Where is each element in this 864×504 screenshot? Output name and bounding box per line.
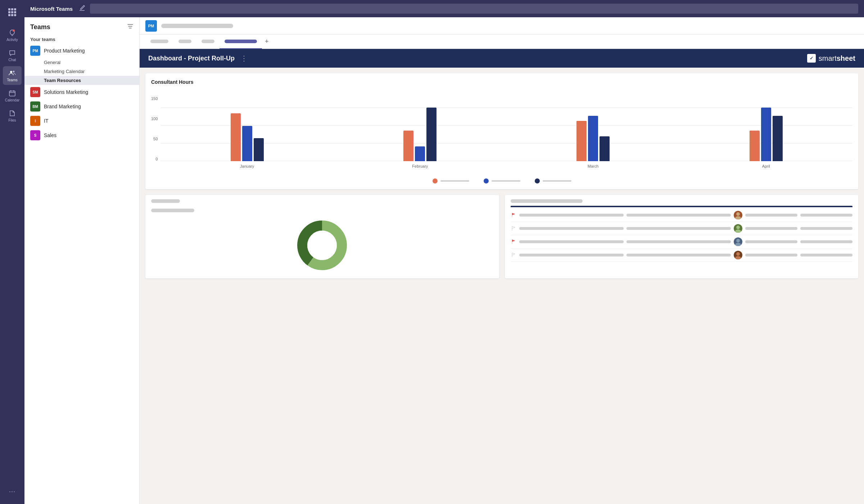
table-row-2 — [511, 222, 853, 235]
tab-1[interactable] — [145, 35, 173, 49]
month-february: February — [334, 108, 507, 161]
main-container: Teams Your teams PM Product Marketing ··… — [24, 17, 864, 504]
team-avatar-sm: SM — [30, 87, 40, 97]
ss-check-icon: ✓ — [807, 54, 816, 63]
compose-icon[interactable] — [78, 4, 86, 13]
sidebar: Teams Your teams PM Product Marketing ··… — [24, 17, 140, 504]
chart-y-axis: 150 100 50 0 — [151, 96, 158, 161]
tab-3[interactable] — [196, 35, 220, 49]
channel-team-resources[interactable]: Team Resources — [24, 76, 139, 85]
row-ph-3d — [800, 240, 852, 243]
row-ph-4b — [626, 254, 731, 256]
legend-line-2 — [492, 180, 520, 182]
row-ph-3b — [626, 240, 731, 243]
sidebar-item-teams[interactable]: Teams — [3, 66, 22, 85]
team-sales[interactable]: S Sales ··· — [24, 128, 139, 142]
team-avatar-it: I — [30, 116, 40, 126]
table-row-3 — [511, 235, 853, 249]
flag-icon-4 — [511, 252, 516, 258]
team-brand-marketing[interactable]: BM Brand Marketing ··· — [24, 99, 139, 114]
bar-jan-2 — [242, 126, 252, 161]
team-it[interactable]: I IT ··· — [24, 114, 139, 128]
more-button[interactable]: ··· — [9, 488, 15, 495]
tab-add-button[interactable]: + — [265, 38, 269, 45]
svg-point-7 — [307, 231, 337, 260]
y-label-0: 0 — [151, 157, 158, 161]
header: Microsoft Teams — [24, 0, 864, 17]
tab-placeholder-1 — [150, 40, 168, 43]
dashboard-menu-icon[interactable]: ⋮ — [240, 54, 248, 63]
bar-apr-1 — [750, 131, 760, 161]
sidebar-item-activity[interactable]: Activity — [3, 26, 22, 45]
team-name-it: IT — [44, 118, 129, 124]
flag-icon-1 — [511, 212, 516, 218]
row-ph-2d — [800, 227, 852, 230]
sidebar-item-chat[interactable]: Chat — [3, 46, 22, 65]
chart-legend — [151, 178, 852, 183]
legend-item-3 — [535, 178, 571, 183]
bar-feb-2 — [415, 146, 425, 161]
svg-point-15 — [735, 256, 741, 259]
tab-4[interactable] — [220, 35, 262, 49]
legend-item-1 — [433, 178, 469, 183]
row-ph-1a — [519, 214, 624, 217]
row-ph-1c — [745, 214, 797, 217]
content-area: PM + Dashboard - Project Roll-Up — [140, 17, 864, 504]
row-avatar-2 — [734, 224, 742, 233]
row-ph-1d — [800, 214, 852, 217]
card-title-ph-left — [151, 209, 194, 212]
bar-apr-3 — [773, 116, 783, 161]
month-label-apr: April — [762, 164, 770, 168]
donut-chart — [151, 217, 493, 274]
waffle-menu[interactable] — [3, 3, 22, 22]
svg-rect-0 — [12, 35, 13, 36]
sidebar-item-files[interactable]: Files — [3, 106, 22, 125]
team-name-sm: Solutions Marketing — [44, 89, 129, 95]
search-input[interactable] — [90, 4, 858, 14]
row-ph-4c — [745, 254, 797, 256]
card-header-ph-right — [511, 199, 583, 203]
channel-marketing-calendar[interactable]: Marketing Calendar — [24, 67, 139, 76]
dashboard-header: Dashboard - Project Roll-Up ⋮ ✓ smartshe… — [140, 49, 864, 68]
team-avatar-bm: BM — [30, 101, 40, 112]
bottom-card-right — [505, 195, 859, 278]
tab-placeholder-2 — [178, 40, 191, 43]
legend-dot-2 — [484, 178, 489, 183]
team-solutions-marketing[interactable]: SM Solutions Marketing ··· — [24, 85, 139, 99]
legend-dot-1 — [433, 178, 438, 183]
row-ph-2a — [519, 227, 624, 230]
content-header: PM — [140, 17, 864, 35]
bar-mar-1 — [576, 121, 587, 161]
calendar-label: Calendar — [5, 98, 20, 102]
bottom-section — [145, 195, 858, 278]
bar-feb-1 — [403, 131, 413, 161]
tab-placeholder-4 — [225, 40, 257, 43]
row-avatar-4 — [734, 251, 742, 259]
svg-point-11 — [735, 230, 741, 233]
bar-mar-3 — [600, 136, 610, 161]
files-icon — [8, 109, 16, 117]
team-name-pm: Product Marketing — [44, 48, 129, 54]
row-avatar-1 — [734, 211, 742, 219]
chat-label: Chat — [8, 58, 16, 62]
channel-general[interactable]: General — [24, 58, 139, 67]
dashboard-title: Dashboard - Project Roll-Up — [148, 55, 235, 62]
svg-point-9 — [735, 216, 741, 219]
chart-bars-area: January February — [160, 108, 852, 170]
month-label-mar: March — [588, 164, 599, 168]
svg-point-14 — [736, 252, 740, 256]
filter-icon[interactable] — [127, 23, 134, 31]
month-label-jan: January — [240, 164, 254, 168]
activity-icon — [8, 29, 16, 37]
tab-2[interactable] — [173, 35, 196, 49]
chat-icon — [8, 49, 16, 57]
team-product-marketing[interactable]: PM Product Marketing ··· — [24, 44, 139, 58]
channel-avatar: PM — [145, 20, 157, 32]
sidebar-item-calendar[interactable]: Calendar — [3, 86, 22, 105]
month-april: April — [679, 108, 852, 161]
svg-point-10 — [736, 226, 740, 229]
tab-placeholder-3 — [202, 40, 214, 43]
flag-icon-2 — [511, 226, 516, 231]
app-title: Microsoft Teams — [30, 6, 73, 12]
svg-point-2 — [10, 71, 12, 73]
